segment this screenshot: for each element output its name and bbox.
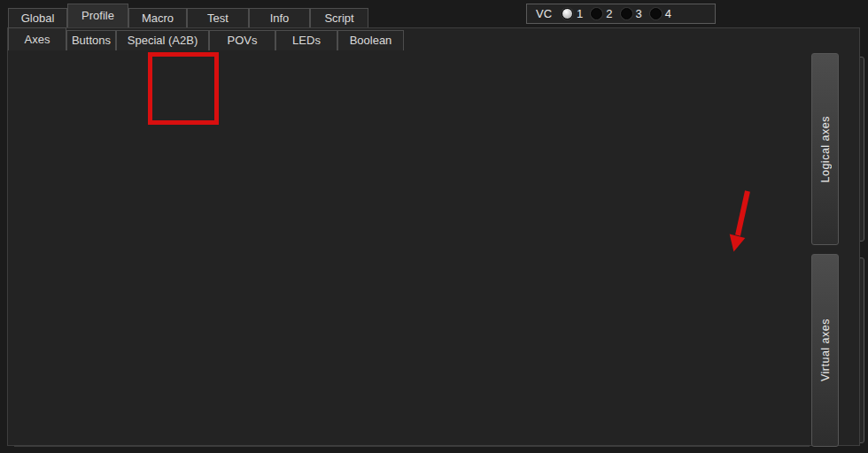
tab-buttons[interactable]: Buttons: [66, 30, 116, 50]
tab-macro[interactable]: Macro: [128, 8, 187, 27]
vc-group: VC 1 2 3 4: [526, 4, 716, 24]
app-window: Global Profile Macro Test Info Script VC…: [0, 0, 868, 453]
tab-povs[interactable]: POVs: [209, 30, 275, 50]
tab-test[interactable]: Test: [187, 8, 249, 27]
tab-special-a2b[interactable]: Special (A2B): [116, 30, 209, 50]
radio-icon[interactable]: [621, 8, 632, 19]
vc-radio-2[interactable]: 2: [591, 7, 612, 20]
vtab-virtual-axes[interactable]: Virtual axes: [811, 254, 839, 447]
tab-global[interactable]: Global: [8, 8, 67, 27]
vc-radio-4[interactable]: 4: [650, 7, 671, 20]
profile-content-panel: [7, 50, 860, 446]
vtab-logical-axes[interactable]: Logical axes: [811, 53, 839, 245]
tab-boolean[interactable]: Boolean: [337, 30, 404, 50]
vc-radio-1[interactable]: 1: [562, 7, 583, 20]
tab-profile[interactable]: Profile: [67, 4, 128, 27]
tab-axes[interactable]: Axes: [8, 27, 66, 50]
tab-info[interactable]: Info: [249, 8, 310, 27]
tab-script[interactable]: Script: [310, 8, 368, 27]
radio-icon[interactable]: [650, 8, 662, 19]
vc-radio-3[interactable]: 3: [621, 7, 642, 20]
vc-label: VC: [536, 7, 552, 20]
radio-selected-icon[interactable]: [562, 8, 573, 19]
tab-leds[interactable]: LEDs: [275, 30, 337, 50]
radio-icon[interactable]: [591, 8, 602, 19]
